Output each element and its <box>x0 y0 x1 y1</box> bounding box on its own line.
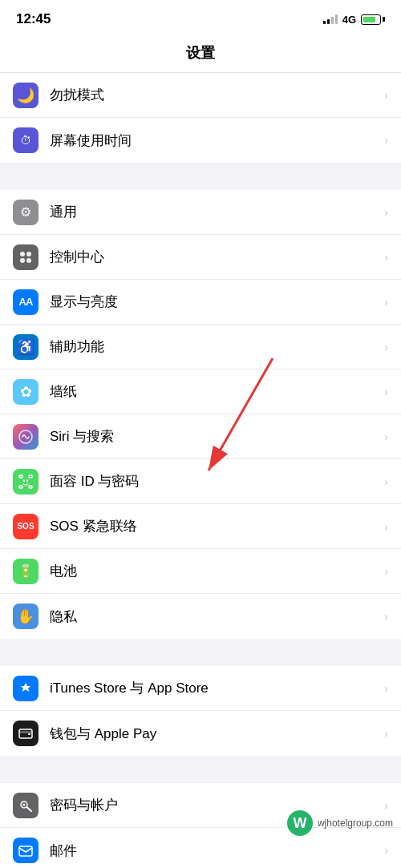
settings-section-2: ⚙ 通用 › 控制中心 › AA 显示与亮度 › <box>0 190 401 639</box>
row-control-center[interactable]: 控制中心 › <box>0 235 401 280</box>
row-battery[interactable]: 🔋 电池 › <box>0 549 401 594</box>
wallpaper-label: 墙纸 <box>50 382 378 401</box>
screen-time-icon: ⏱ <box>13 127 38 153</box>
siri-label: Siri 与搜索 <box>50 427 378 446</box>
control-center-label: 控制中心 <box>50 248 378 266</box>
display-icon: AA <box>13 289 38 315</box>
chevron-wallpaper: › <box>384 386 388 398</box>
section-top: 🌙 勿扰模式 › ⏱ 屏幕使用时间 › <box>0 73 401 190</box>
face-id-icon <box>13 469 38 495</box>
battery-icon <box>361 14 385 25</box>
screen-time-label: 屏幕使用时间 <box>50 131 378 150</box>
svg-point-2 <box>20 258 25 263</box>
watermark: W wjhotelgroup.com <box>287 810 393 836</box>
privacy-label: 隐私 <box>50 608 378 626</box>
chevron-accessibility: › <box>384 341 388 353</box>
accessibility-icon: ♿ <box>13 334 38 360</box>
chevron-sos: › <box>384 520 388 533</box>
svg-rect-5 <box>19 475 22 478</box>
passwords-icon <box>13 793 38 818</box>
battery-settings-icon: 🔋 <box>13 559 38 584</box>
wallpaper-icon: ✿ <box>13 379 38 405</box>
chevron-privacy: › <box>384 610 388 623</box>
control-center-icon <box>13 244 38 270</box>
chevron-wallet: › <box>384 727 388 740</box>
row-face-id[interactable]: 面容 ID 与密码 › <box>0 459 401 504</box>
watermark-logo: W <box>287 810 313 836</box>
row-general[interactable]: ⚙ 通用 › <box>0 190 401 235</box>
status-time: 12:45 <box>16 11 51 27</box>
general-label: 通用 <box>50 203 378 221</box>
signal-icon <box>323 14 338 24</box>
svg-rect-14 <box>28 733 30 735</box>
row-wallpaper[interactable]: ✿ 墙纸 › <box>0 369 401 414</box>
face-id-label: 面容 ID 与密码 <box>50 472 378 491</box>
row-wallet[interactable]: 钱包与 Apple Pay › <box>0 711 401 756</box>
chevron-mail: › <box>384 844 388 857</box>
row-siri[interactable]: Siri 与搜索 › <box>0 414 401 459</box>
row-do-not-disturb[interactable]: 🌙 勿扰模式 › <box>0 73 401 118</box>
battery-label: 电池 <box>50 562 378 580</box>
svg-rect-6 <box>29 475 32 478</box>
svg-rect-8 <box>29 486 32 488</box>
sos-icon: SOS <box>13 514 38 539</box>
status-icons: 4G <box>323 14 385 26</box>
appstore-icon <box>13 676 38 701</box>
settings-section-1: 🌙 勿扰模式 › ⏱ 屏幕使用时间 › <box>0 73 401 163</box>
row-accessibility[interactable]: ♿ 辅助功能 › <box>0 325 401 369</box>
svg-point-17 <box>23 803 26 805</box>
chevron-general: › <box>384 206 388 219</box>
section-store: iTunes Store 与 App Store › 钱包与 Apple Pay… <box>0 666 401 783</box>
row-sos[interactable]: SOS SOS 紧急联络 › <box>0 504 401 549</box>
chevron-display: › <box>384 296 388 309</box>
svg-rect-18 <box>19 846 32 856</box>
display-label: 显示与亮度 <box>50 293 378 311</box>
network-label: 4G <box>342 14 356 26</box>
do-not-disturb-icon: 🌙 <box>13 83 38 108</box>
general-icon: ⚙ <box>13 200 38 225</box>
wallet-icon <box>13 721 38 746</box>
svg-rect-13 <box>19 731 32 733</box>
do-not-disturb-label: 勿扰模式 <box>50 86 378 104</box>
accessibility-label: 辅助功能 <box>50 337 378 356</box>
nav-title: 设置 <box>186 45 215 61</box>
sos-label: SOS 紧急联络 <box>50 517 378 535</box>
wallet-label: 钱包与 Apple Pay <box>50 725 378 743</box>
chevron-battery: › <box>384 565 388 578</box>
svg-rect-7 <box>19 486 22 488</box>
watermark-text: wjhotelgroup.com <box>318 818 393 829</box>
nav-bar: 设置 <box>0 35 401 73</box>
siri-icon <box>13 424 38 450</box>
row-itunes-appstore[interactable]: iTunes Store 与 App Store › <box>0 666 401 711</box>
status-bar: 12:45 4G <box>0 0 401 35</box>
chevron-screen-time: › <box>384 134 388 147</box>
mail-icon <box>13 838 38 863</box>
phone-screen: 12:45 4G 设置 🌙 勿扰模式 › ⏱ 屏幕使用时间 <box>0 0 401 868</box>
svg-point-3 <box>26 258 31 263</box>
svg-point-1 <box>26 252 31 256</box>
row-display[interactable]: AA 显示与亮度 › <box>0 280 401 325</box>
mail-label: 邮件 <box>50 842 378 860</box>
settings-section-3: iTunes Store 与 App Store › 钱包与 Apple Pay… <box>0 666 401 756</box>
chevron-control-center: › <box>384 251 388 264</box>
svg-point-0 <box>20 252 25 256</box>
itunes-appstore-label: iTunes Store 与 App Store <box>50 679 378 697</box>
svg-line-16 <box>27 807 32 811</box>
chevron-itunes: › <box>384 682 388 695</box>
chevron-face-id: › <box>384 475 388 488</box>
row-privacy[interactable]: ✋ 隐私 › <box>0 594 401 639</box>
chevron-siri: › <box>384 430 388 443</box>
row-screen-time[interactable]: ⏱ 屏幕使用时间 › <box>0 118 401 163</box>
section-general: ⚙ 通用 › 控制中心 › AA 显示与亮度 › <box>0 190 401 666</box>
chevron-do-not-disturb: › <box>384 89 388 102</box>
privacy-icon: ✋ <box>13 604 38 629</box>
